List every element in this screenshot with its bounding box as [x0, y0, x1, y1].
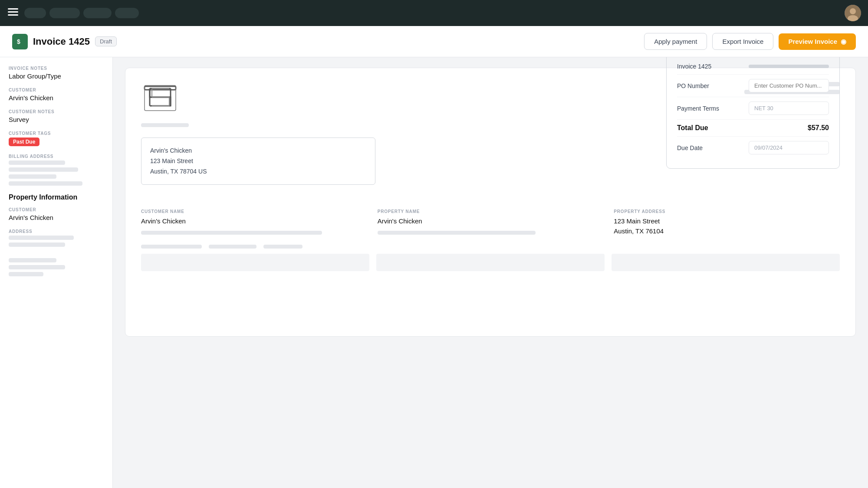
- svg-rect-2: [8, 14, 18, 16]
- customer-tags-label: CUSTOMER TAGS: [9, 131, 104, 136]
- panel-invoice-num-row: Invoice 1425: [677, 58, 829, 74]
- addr-ph-2: [9, 242, 65, 247]
- billing-address-label: BILLING ADDRESS: [9, 154, 104, 159]
- logo-below-placeholder: [141, 123, 189, 127]
- table-ph-2: [376, 254, 605, 271]
- billing-address-box: Arvin's Chicken 123 Main Street Austin, …: [141, 138, 375, 185]
- top-nav: [0, 0, 868, 26]
- page-title: Invoice 1425: [33, 36, 90, 47]
- table-ph-1: [141, 254, 369, 271]
- billing-ph-1: [9, 160, 65, 165]
- status-badge: Draft: [95, 36, 117, 46]
- logo-area: [141, 82, 189, 127]
- main-layout: INVOICE NOTES Labor Group/Type CUSTOMER …: [0, 57, 868, 488]
- invoice-card: Arvin's Chicken 123 Main Street Austin, …: [125, 68, 856, 337]
- content-area: Arvin's Chicken 123 Main Street Austin, …: [113, 57, 868, 488]
- customer-tags-section: CUSTOMER TAGS Past Due: [9, 131, 104, 146]
- footer-customer-name-label: CUSTOMER NAME: [141, 209, 367, 214]
- preview-invoice-label: Preview Invoice: [788, 38, 837, 45]
- address-section: ADDRESS: [9, 229, 104, 276]
- export-invoice-button[interactable]: Export Invoice: [712, 33, 773, 50]
- nav-pill-1[interactable]: [24, 8, 46, 18]
- page-header: $ Invoice 1425 Draft Apply payment Expor…: [0, 26, 868, 57]
- footer-ph-2: [378, 231, 536, 235]
- footer-property-address-line2: Austin, TX 76104: [614, 226, 840, 236]
- customer-label: CUSTOMER: [9, 88, 104, 92]
- nav-pills: [24, 8, 139, 18]
- customer-notes-section: CUSTOMER NOTES Survey: [9, 109, 104, 123]
- table-ph-3: [612, 254, 840, 271]
- prop-customer-label: CUSTOMER: [9, 207, 104, 212]
- bp-1: [141, 245, 202, 249]
- panel-po-row: PO Number: [677, 74, 829, 97]
- nav-left: [7, 6, 139, 20]
- avatar[interactable]: [845, 5, 861, 21]
- property-info-title: Property Information: [9, 193, 104, 201]
- invoice-body: Arvin's Chicken 123 Main Street Austin, …: [141, 138, 840, 195]
- invoice-footer-row: CUSTOMER NAME Arvin's Chicken PROPERTY N…: [141, 209, 840, 236]
- payment-terms-label: Payment Terms: [677, 105, 719, 112]
- footer-customer-name-value: Arvin's Chicken: [141, 216, 367, 226]
- prop-customer-value: Arvin's Chicken: [9, 214, 104, 221]
- svg-text:$: $: [17, 38, 20, 45]
- footer-property-address-label: PROPERTY ADDRESS: [614, 209, 840, 214]
- billing-ph-3: [9, 174, 56, 179]
- customer-notes-label: CUSTOMER NOTES: [9, 109, 104, 114]
- addr-ph-3: [9, 258, 56, 262]
- invoice-num-bar: [749, 65, 829, 68]
- sidebar: INVOICE NOTES Labor Group/Type CUSTOMER …: [0, 57, 113, 488]
- past-due-tag: Past Due: [9, 138, 39, 146]
- preview-icon: ◉: [841, 38, 846, 46]
- invoice-number-label: Invoice 1425: [677, 63, 711, 70]
- addr-ph-1: [9, 236, 74, 240]
- po-number-input[interactable]: [749, 79, 829, 92]
- invoice-notes-value: Labor Group/Type: [9, 72, 104, 80]
- customer-section: CUSTOMER Arvin's Chicken: [9, 88, 104, 102]
- customer-notes-value: Survey: [9, 116, 104, 123]
- due-date-label: Due Date: [677, 144, 703, 151]
- footer-customer-name-col: CUSTOMER NAME Arvin's Chicken: [141, 209, 367, 236]
- addr-ph-5: [9, 272, 43, 276]
- payment-terms-input[interactable]: [749, 102, 829, 115]
- nav-pill-4[interactable]: [115, 8, 139, 18]
- billing-name: Arvin's Chicken: [150, 146, 366, 156]
- footer-property-name-value: Arvin's Chicken: [378, 216, 604, 226]
- header-actions: Apply payment Export Invoice Preview Inv…: [644, 33, 856, 50]
- bottom-placeholders: [141, 245, 840, 271]
- billing-address-section: BILLING ADDRESS: [9, 154, 104, 186]
- table-ph-row: [141, 254, 840, 271]
- address-label: ADDRESS: [9, 229, 104, 234]
- panel-due-date-row: Due Date: [677, 136, 829, 159]
- invoice-left-col: Arvin's Chicken 123 Main Street Austin, …: [141, 138, 656, 195]
- bp-2: [209, 245, 256, 249]
- billing-street: 123 Main Street: [150, 156, 366, 167]
- nav-logo-icon: [7, 6, 19, 20]
- panel-payment-terms-row: Payment Terms: [677, 97, 829, 119]
- invoice-details-panel: Invoice 1425 Invoice 1425 PO Number: [666, 57, 840, 169]
- panel-total-due-row: Total Due $57.50: [677, 119, 829, 136]
- due-date-input[interactable]: [749, 141, 829, 154]
- invoice-dollar-icon: $: [12, 34, 28, 49]
- invoice-notes-label: INVOICE NOTES: [9, 66, 104, 71]
- header-left: $ Invoice 1425 Draft: [12, 34, 117, 49]
- bp-3: [263, 245, 302, 249]
- apply-payment-button[interactable]: Apply payment: [644, 33, 707, 50]
- footer-property-name-col: PROPERTY NAME Arvin's Chicken: [378, 209, 604, 236]
- total-due-label: Total Due: [677, 124, 708, 132]
- svg-point-4: [850, 8, 856, 14]
- svg-rect-1: [8, 11, 18, 13]
- billing-ph-2: [9, 167, 78, 172]
- footer-property-address-line1: 123 Main Street: [614, 216, 840, 226]
- property-info-section: Property Information CUSTOMER Arvin's Ch…: [9, 193, 104, 221]
- billing-city: Austin, TX 78704 US: [150, 167, 366, 177]
- footer-property-name-label: PROPERTY NAME: [378, 209, 604, 214]
- customer-value: Arvin's Chicken: [9, 94, 104, 102]
- addr-ph-4: [9, 265, 65, 269]
- invoice-notes-section: INVOICE NOTES Labor Group/Type: [9, 66, 104, 80]
- billing-ph-4: [9, 181, 82, 186]
- po-number-label: PO Number: [677, 82, 709, 89]
- preview-invoice-button[interactable]: Preview Invoice ◉: [779, 33, 856, 50]
- svg-rect-0: [8, 8, 18, 10]
- nav-pill-2[interactable]: [49, 8, 80, 18]
- nav-pill-3[interactable]: [83, 8, 112, 18]
